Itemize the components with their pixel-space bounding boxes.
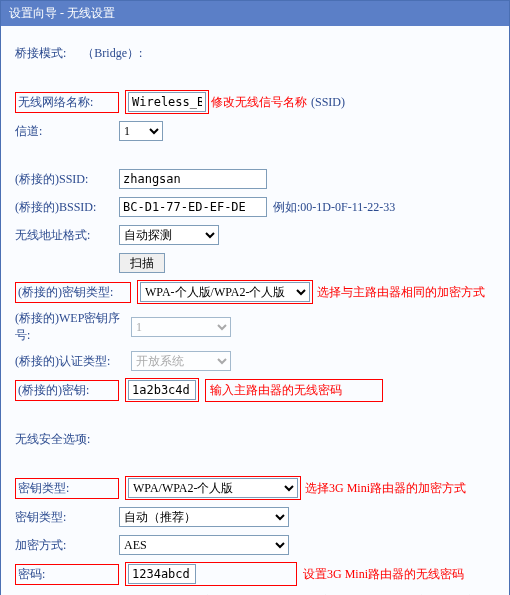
bridge-bssid-input[interactable] (119, 197, 267, 217)
bridge-key-annot: 输入主路由器的无线密码 (205, 379, 383, 402)
bridge-ssid-label: (桥接的)SSID: (15, 171, 113, 188)
key-type-label: (桥接的)密钥类型: (15, 282, 131, 303)
bridge-mode-label: 桥接模式: (15, 45, 66, 62)
bridge-bssid-label: (桥接的)BSSID: (15, 199, 113, 216)
channel-select[interactable]: 1 (119, 121, 163, 141)
ssid-suffix: (SSID) (311, 95, 345, 110)
password-input[interactable] (128, 564, 196, 584)
ssid-input[interactable] (128, 92, 206, 112)
encryption-label: 加密方式: (15, 537, 113, 554)
bridge-key-input[interactable] (128, 380, 196, 400)
ssid-label: 无线网络名称: (15, 92, 119, 113)
bridge-key-label: (桥接的)密钥: (15, 380, 119, 401)
sec-key-type-label: 密钥类型: (15, 478, 119, 499)
channel-label: 信道: (15, 123, 113, 140)
sec-key-type2-select[interactable]: 自动（推荐） (119, 507, 289, 527)
bssid-example: 例如:00-1D-0F-11-22-33 (273, 199, 395, 216)
scan-button[interactable]: 扫描 (119, 253, 165, 273)
auth-type-label: (桥接的)认证类型: (15, 353, 125, 370)
password-annot: 设置3G Mini路由器的无线密码 (303, 566, 464, 583)
panel-title: 设置向导 - 无线设置 (1, 1, 509, 26)
encryption-select[interactable]: AES (119, 535, 289, 555)
auth-type-select: 开放系统 (131, 351, 231, 371)
bridge-mode-row: 桥接模式: （ Bridge ）: (15, 42, 495, 64)
sec-key-type-select[interactable]: WPA/WPA2-个人版 (128, 478, 298, 498)
key-type-annot: 选择与主路由器相同的加密方式 (317, 284, 485, 301)
addr-format-select[interactable]: 自动探测 (119, 225, 219, 245)
wep-index-select: 1 (131, 317, 231, 337)
sec-key-type-annot: 选择3G Mini路由器的加密方式 (305, 480, 466, 497)
addr-format-label: 无线地址格式: (15, 227, 113, 244)
ssid-annot: 修改无线信号名称 (211, 94, 307, 111)
sec-key-type2-label: 密钥类型: (15, 509, 113, 526)
wep-index-label: (桥接的)WEP密钥序号: (15, 310, 125, 344)
wizard-panel: 设置向导 - 无线设置 桥接模式: （ Bridge ）: 无线网络名称: 修改… (0, 0, 510, 595)
key-type-select[interactable]: WPA-个人版/WPA2-个人版 (140, 282, 310, 302)
password-label: 密码: (15, 564, 119, 585)
bridge-ssid-input[interactable] (119, 169, 267, 189)
security-options-label: 无线安全选项: (15, 431, 90, 448)
